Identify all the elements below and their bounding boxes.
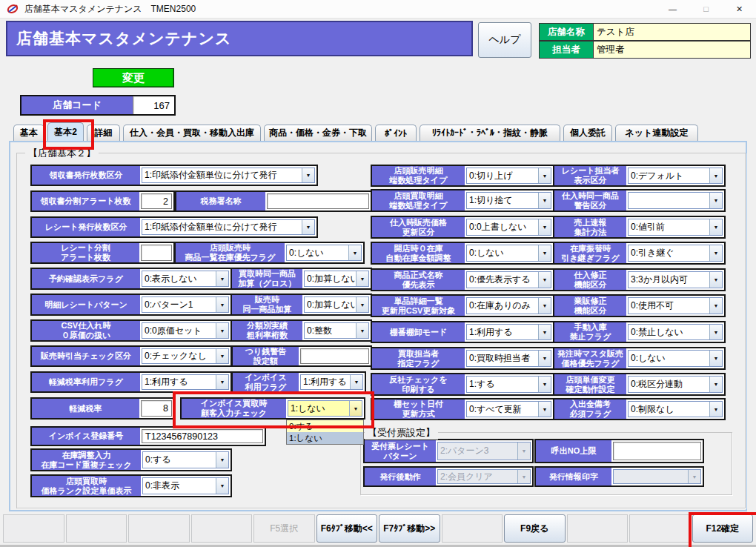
form-field-combo[interactable]: 0:する▼: [142, 451, 229, 468]
dropdown-arrow-icon[interactable]: ▼: [538, 402, 551, 417]
form-field-combo[interactable]: 0:デフォルト▼: [628, 168, 723, 184]
form-field-combo[interactable]: 0:値引前▼: [628, 219, 723, 236]
close-button[interactable]: ✕: [723, 0, 756, 18]
dropdown-arrow-icon[interactable]: ▼: [709, 272, 722, 288]
form-field-combo[interactable]: 0:しない▼: [628, 350, 723, 367]
form-field-combo[interactable]: 3:3か月以内可▼: [628, 271, 723, 288]
form-field-input[interactable]: [613, 442, 701, 460]
form-field-input[interactable]: 8: [141, 400, 172, 417]
f6-tab-prev-button[interactable]: F6ﾀﾌﾞ移動<<: [316, 514, 378, 543]
form-field-combo[interactable]: 1:利用する▼: [300, 374, 363, 390]
tab-basic2[interactable]: 基本2: [47, 122, 84, 141]
dropdown-option[interactable]: 1:しない: [287, 432, 363, 444]
form-field-combo[interactable]: 0:税区分連動▼: [628, 376, 723, 393]
form-field-combo[interactable]: 0:使用不可▼: [628, 297, 723, 314]
form-field-combo[interactable]: 1:する▼: [466, 376, 551, 393]
tab-personal-consignment[interactable]: 個人委託: [563, 125, 612, 141]
dropdown-arrow-icon[interactable]: ▼: [302, 168, 314, 182]
dropdown-arrow-icon[interactable]: ▼: [709, 245, 722, 261]
form-field-combo[interactable]: 0:すべて更新▼: [466, 401, 551, 417]
dropdown-arrow-icon[interactable]: ▼: [709, 219, 722, 235]
store-code-value[interactable]: 167: [133, 96, 174, 114]
form-field-combo[interactable]: 0:0原価セット▼: [142, 322, 229, 339]
form-field-input[interactable]: [267, 193, 369, 209]
dropdown-arrow-icon[interactable]: ▼: [538, 325, 551, 339]
form-field-combo[interactable]: 0:表示しない▼: [142, 271, 229, 287]
dropdown-arrow-icon[interactable]: ▼: [538, 193, 551, 208]
form-field-combo[interactable]: 0:非表示▼: [142, 477, 229, 494]
form-field-combo[interactable]: ▼: [613, 469, 701, 484]
dropdown-arrow-icon[interactable]: ▼: [709, 325, 722, 339]
dropdown-arrow-icon[interactable]: ▼: [709, 377, 722, 392]
form-field-input[interactable]: 2: [141, 193, 172, 209]
form-field-combo[interactable]: 0:パターン1▼: [142, 296, 229, 313]
minimize-button[interactable]: —: [656, 0, 689, 18]
tab-net-link[interactable]: ネット連動設定: [615, 125, 698, 141]
form-field-input[interactable]: [141, 245, 172, 261]
form-field-combo[interactable]: 0:しない▼: [286, 245, 362, 261]
dropdown-arrow-icon[interactable]: ▼: [538, 245, 551, 261]
tab-rewrite-card[interactable]: ﾘﾗｲﾄｶｰﾄﾞ・ﾗﾍﾞﾙ・指紋・静脈: [420, 125, 560, 141]
form-field-combo[interactable]: 2:パターン3▼: [437, 442, 531, 460]
form-field-combo[interactable]: 0:制限なし▼: [628, 401, 723, 417]
form-field-combo[interactable]: 0:加算しない▼: [304, 271, 369, 287]
form-field-input[interactable]: [300, 348, 369, 364]
dropdown-arrow-icon[interactable]: ▼: [538, 298, 551, 314]
dropdown-arrow-icon[interactable]: ▼: [517, 470, 530, 483]
form-field-combo[interactable]: 1:利用する▼: [142, 374, 229, 390]
form-field-combo[interactable]: ▼: [628, 192, 723, 209]
dropdown-arrow-icon[interactable]: ▼: [348, 245, 361, 260]
dropdown-arrow-icon[interactable]: ▼: [538, 168, 551, 183]
dropdown-arrow-icon[interactable]: ▼: [216, 271, 228, 286]
maximize-button[interactable]: □: [689, 0, 723, 18]
form-field-combo[interactable]: 0:加算しない▼: [304, 296, 369, 313]
dropdown-arrow-icon[interactable]: ▼: [349, 401, 362, 416]
dropdown-arrow-icon[interactable]: ▼: [709, 402, 722, 417]
dropdown-arrow-icon[interactable]: ▼: [709, 298, 722, 314]
form-field-combo[interactable]: 1:印紙添付金額単位に分けて発行▼: [142, 168, 315, 183]
tab-detail[interactable]: 詳細: [87, 125, 120, 141]
dropdown-arrow-icon[interactable]: ▼: [216, 452, 228, 468]
form-field-combo[interactable]: 1:印紙添付金額単位に分けて発行▼: [142, 219, 315, 235]
form-field-combo[interactable]: 0:引き継ぐ▼: [628, 245, 723, 262]
dropdown-arrow-icon[interactable]: ▼: [356, 323, 368, 338]
dropdown-arrow-icon[interactable]: ▼: [538, 351, 551, 366]
form-field-combo[interactable]: 0:チェックなし▼: [142, 348, 229, 364]
dropdown-arrow-icon[interactable]: ▼: [709, 193, 722, 208]
dropdown-arrow-icon[interactable]: ▼: [302, 220, 314, 234]
dropdown-arrow-icon[interactable]: ▼: [216, 323, 228, 338]
dropdown-arrow-icon[interactable]: ▼: [356, 297, 368, 312]
form-field-input[interactable]: T1234567890123: [142, 429, 263, 443]
dropdown-arrow-icon[interactable]: ▼: [350, 375, 362, 389]
form-field-combo[interactable]: 2:会員クリア▼: [437, 469, 531, 484]
f12-confirm-button[interactable]: F12確定: [692, 514, 754, 543]
dropdown-arrow-icon[interactable]: ▼: [709, 351, 722, 366]
form-field-combo[interactable]: 1:しない▼: [288, 400, 362, 417]
dropdown-arrow-icon[interactable]: ▼: [216, 478, 228, 494]
dropdown-option[interactable]: 0:する: [287, 420, 363, 432]
form-field-combo[interactable]: 1:利用する▼: [466, 324, 551, 340]
dropdown-arrow-icon[interactable]: ▼: [709, 168, 722, 183]
tab-purchase-member[interactable]: 仕入・会員・買取・移動入出庫: [123, 125, 261, 141]
dropdown-arrow-icon[interactable]: ▼: [216, 349, 228, 363]
form-field-combo[interactable]: 0:買取時担当者▼: [466, 350, 551, 367]
dropdown-arrow-icon[interactable]: ▼: [688, 470, 700, 483]
tab-point[interactable]: ﾎﾟｲﾝﾄ: [375, 125, 417, 141]
dropdown-arrow-icon[interactable]: ▼: [216, 375, 228, 389]
dropdown-arrow-icon[interactable]: ▼: [216, 297, 228, 312]
form-field-combo[interactable]: 0:整数▼: [304, 322, 369, 339]
dropdown-arrow-icon[interactable]: ▼: [538, 272, 551, 288]
form-field-combo[interactable]: 0:0上書しない▼: [466, 219, 551, 236]
f7-tab-next-button[interactable]: F7ﾀﾌﾞ移動>>: [379, 514, 440, 543]
f9-back-button[interactable]: F9戻る: [504, 514, 566, 543]
dropdown-arrow-icon[interactable]: ▼: [538, 377, 551, 392]
form-field-combo[interactable]: 1:切り捨て▼: [466, 192, 551, 209]
dropdown-arrow-icon[interactable]: ▼: [538, 219, 551, 235]
tab-product-price[interactable]: 商品・価格・金券・下取: [264, 125, 372, 141]
help-button[interactable]: ヘルプ: [478, 22, 531, 58]
change-mode-button[interactable]: 変更: [93, 68, 174, 87]
form-field-combo[interactable]: 0:しない▼: [466, 245, 551, 262]
form-field-combo[interactable]: 0:禁止しない▼: [628, 324, 723, 340]
form-field-combo[interactable]: 0:在庫ありのみ▼: [466, 297, 551, 314]
form-field-combo[interactable]: 0:優先表示する▼: [466, 271, 551, 288]
